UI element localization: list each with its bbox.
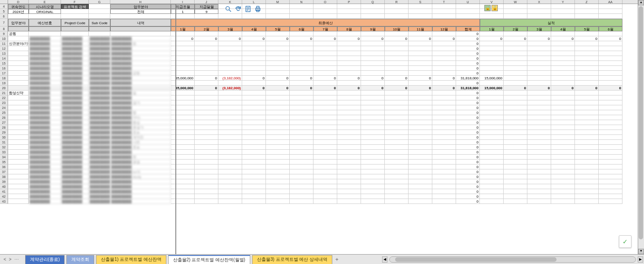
cell[interactable]: [266, 130, 290, 135]
cell[interactable]: [266, 91, 290, 95]
cell[interactable]: [599, 41, 622, 46]
cell[interactable]: 12월: [432, 26, 456, 31]
row-number[interactable]: 32: [0, 145, 8, 150]
cell[interactable]: [195, 140, 218, 145]
cell[interactable]: [195, 145, 218, 150]
cell[interactable]: [266, 9, 290, 14]
cell[interactable]: ████████: [110, 184, 171, 189]
cell[interactable]: [313, 130, 337, 135]
cell[interactable]: 0: [456, 36, 480, 41]
cell[interactable]: ████████: [29, 81, 61, 86]
cell[interactable]: [527, 56, 551, 61]
cell[interactable]: ████████ 등: [110, 41, 171, 46]
cell[interactable]: 지급조월: [171, 4, 195, 9]
col-letter[interactable]: H: [110, 0, 171, 4]
col-letter[interactable]: J: [195, 0, 218, 4]
cell[interactable]: 2월: [195, 26, 218, 31]
cell[interactable]: [551, 174, 575, 179]
cell[interactable]: [337, 160, 361, 164]
cell[interactable]: [195, 130, 218, 135]
cell[interactable]: [527, 81, 551, 86]
cell[interactable]: [290, 14, 313, 19]
cell[interactable]: [195, 46, 218, 51]
cell[interactable]: [575, 66, 599, 71]
cell[interactable]: [575, 135, 599, 140]
cell[interactable]: [337, 115, 361, 120]
cell[interactable]: [8, 194, 29, 199]
cell[interactable]: [480, 189, 504, 194]
cell[interactable]: (3,182,000): [218, 76, 242, 81]
cell[interactable]: [61, 9, 89, 14]
cell[interactable]: [171, 199, 195, 204]
vscroll-thumb[interactable]: [639, 6, 643, 239]
cell[interactable]: [361, 56, 385, 61]
cell[interactable]: ████████: [29, 155, 61, 160]
cell[interactable]: [290, 184, 313, 189]
cell[interactable]: ████████: [61, 56, 89, 61]
cell[interactable]: 0: [361, 86, 385, 91]
cell[interactable]: [409, 140, 432, 145]
cell[interactable]: ████████ 및: [110, 91, 171, 95]
cell[interactable]: [313, 174, 337, 179]
cell[interactable]: [313, 140, 337, 145]
cell[interactable]: [551, 145, 575, 150]
cell[interactable]: [504, 31, 527, 36]
cell[interactable]: [337, 184, 361, 189]
cell[interactable]: ████████: [89, 51, 110, 56]
cell[interactable]: [527, 160, 551, 164]
cell[interactable]: [242, 130, 266, 135]
cell[interactable]: [575, 199, 599, 204]
cell[interactable]: 0: [456, 61, 480, 66]
cell[interactable]: [385, 130, 409, 135]
spreadsheet-grid[interactable]: 4귀속연도시나리오명프로젝트 검색업무분야지급조월지급말월52024년ORIGI…: [0, 4, 638, 254]
cell[interactable]: [409, 189, 432, 194]
cell[interactable]: [575, 31, 599, 36]
cell[interactable]: [218, 125, 242, 130]
cell[interactable]: [218, 56, 242, 61]
cell[interactable]: [171, 125, 195, 130]
cell[interactable]: [337, 150, 361, 155]
cell[interactable]: [313, 91, 337, 95]
cell[interactable]: [599, 160, 622, 164]
cell[interactable]: [337, 66, 361, 71]
cell[interactable]: [480, 91, 504, 95]
cell[interactable]: ████████: [29, 189, 61, 194]
cell[interactable]: [480, 95, 504, 100]
cell[interactable]: [409, 41, 432, 46]
cell[interactable]: [551, 4, 575, 9]
cell[interactable]: ████████ 효능: [110, 145, 171, 150]
cell[interactable]: [504, 56, 527, 61]
cell[interactable]: ████████: [89, 86, 110, 91]
cell[interactable]: [599, 4, 622, 9]
cell[interactable]: [385, 56, 409, 61]
cell[interactable]: ████████: [29, 164, 61, 169]
cell[interactable]: ████████: [61, 135, 89, 140]
cell[interactable]: [409, 135, 432, 140]
cell[interactable]: [218, 91, 242, 95]
cell[interactable]: [385, 115, 409, 120]
cell[interactable]: [218, 145, 242, 150]
cell[interactable]: 0: [337, 76, 361, 81]
cell[interactable]: [218, 31, 242, 36]
cell[interactable]: [575, 189, 599, 194]
cell[interactable]: [551, 199, 575, 204]
cell[interactable]: [599, 194, 622, 199]
cell[interactable]: 0: [456, 66, 480, 71]
cell[interactable]: [575, 4, 599, 9]
cell[interactable]: [195, 169, 218, 174]
cell[interactable]: [290, 41, 313, 46]
cell[interactable]: ████████: [61, 169, 89, 174]
col-letter[interactable]: Q: [361, 0, 385, 4]
cell[interactable]: [599, 125, 622, 130]
cell[interactable]: [313, 194, 337, 199]
cell[interactable]: [480, 51, 504, 56]
cell[interactable]: ████████: [29, 51, 61, 56]
cell[interactable]: ████████: [89, 155, 110, 160]
tab-first-btn[interactable]: <: [4, 257, 6, 262]
cell[interactable]: [551, 81, 575, 86]
cell[interactable]: [337, 125, 361, 130]
cell[interactable]: [551, 66, 575, 71]
cell[interactable]: [171, 51, 195, 56]
cell[interactable]: [599, 51, 622, 56]
cell[interactable]: 0: [456, 91, 480, 95]
